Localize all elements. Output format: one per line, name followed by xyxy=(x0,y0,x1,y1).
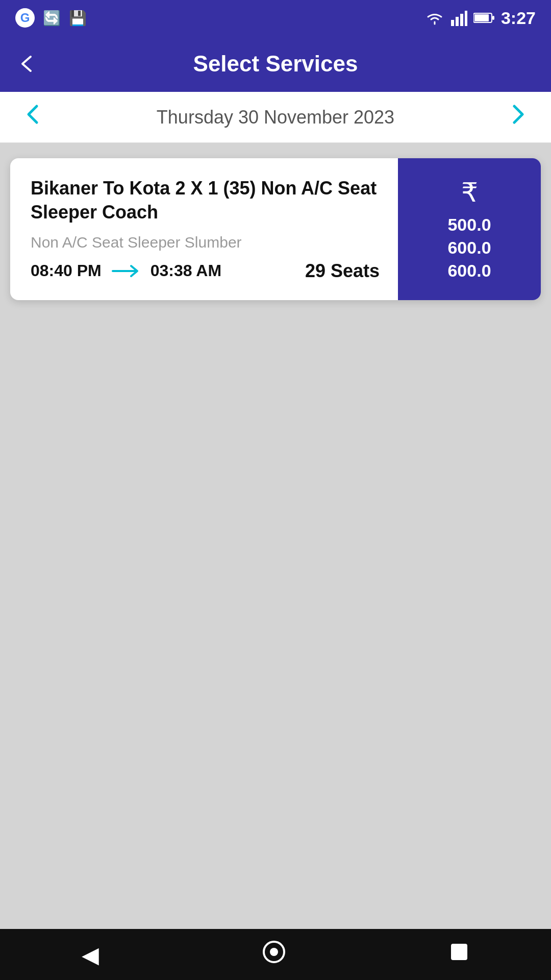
departure-time: 08:40 PM xyxy=(31,261,102,280)
nav-home-button[interactable] xyxy=(262,940,286,969)
price-1: 500.0 xyxy=(447,215,491,235)
svg-rect-0 xyxy=(451,20,454,26)
service-title: Bikaner To Kota 2 X 1 (35) Non A/C Seat … xyxy=(31,177,380,225)
sync-icon: 🔄 xyxy=(43,10,61,27)
travel-arrow-icon xyxy=(112,263,140,279)
date-navigation: Thursday 30 November 2023 xyxy=(0,92,551,143)
price-3: 600.0 xyxy=(447,261,491,281)
signal-icon xyxy=(451,10,467,26)
card-info: Bikaner To Kota 2 X 1 (35) Non A/C Seat … xyxy=(10,158,398,300)
nav-back-button[interactable]: ◀ xyxy=(82,942,99,968)
arrival-time: 03:38 AM xyxy=(151,261,221,280)
battery-icon xyxy=(473,12,495,23)
next-date-button[interactable] xyxy=(506,102,531,133)
svg-rect-5 xyxy=(474,14,489,21)
svg-rect-6 xyxy=(492,16,494,20)
current-date: Thursday 30 November 2023 xyxy=(157,107,394,128)
status-bar-left: G 🔄 💾 xyxy=(15,8,87,28)
sd-card-icon: 💾 xyxy=(69,10,87,27)
app-bar: Select Services xyxy=(0,36,551,92)
status-time: 3:27 xyxy=(501,8,536,28)
price-box: ₹ 500.0 600.0 600.0 xyxy=(398,158,541,300)
service-subtitle: Non A/C Seat Sleeper Slumber xyxy=(31,234,380,251)
content-area: Bikaner To Kota 2 X 1 (35) Non A/C Seat … xyxy=(0,143,551,929)
price-2: 600.0 xyxy=(447,238,491,258)
svg-rect-2 xyxy=(460,14,463,26)
page-title: Select Services xyxy=(193,51,358,77)
seats-count: 29 Seats xyxy=(305,260,380,282)
bottom-navigation: ◀ xyxy=(0,929,551,980)
svg-rect-1 xyxy=(456,17,459,26)
time-range: 08:40 PM 03:38 AM xyxy=(31,261,221,280)
google-icon: G xyxy=(15,8,35,28)
prev-date-button[interactable] xyxy=(20,102,45,133)
status-bar: G 🔄 💾 3:27 xyxy=(0,0,551,36)
card-bottom-row: 08:40 PM 03:38 AM 29 Seats xyxy=(31,260,380,282)
nav-recent-button[interactable] xyxy=(449,942,469,967)
status-bar-right: 3:27 xyxy=(424,8,536,28)
svg-point-9 xyxy=(270,948,278,956)
rupee-icon: ₹ xyxy=(461,177,478,208)
svg-rect-3 xyxy=(465,11,467,26)
svg-rect-10 xyxy=(451,944,467,960)
back-button[interactable] xyxy=(15,53,38,75)
wifi-icon xyxy=(424,11,445,25)
service-card[interactable]: Bikaner To Kota 2 X 1 (35) Non A/C Seat … xyxy=(10,158,541,300)
